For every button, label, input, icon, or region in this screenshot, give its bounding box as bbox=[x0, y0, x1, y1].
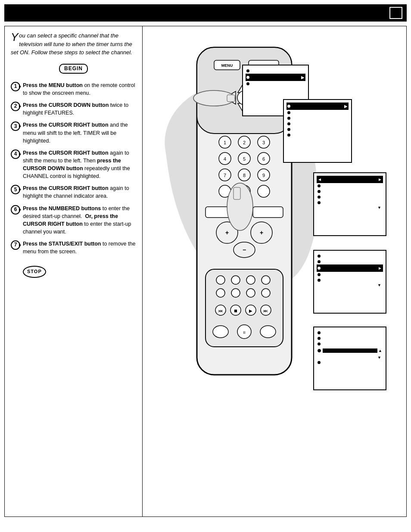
svg-text:7: 7 bbox=[224, 173, 226, 178]
svg-text:9: 9 bbox=[262, 173, 265, 178]
intro-text: Y ou can select a specific channel that … bbox=[11, 31, 136, 57]
svg-point-32 bbox=[258, 185, 270, 197]
svg-point-49 bbox=[262, 289, 270, 297]
step-1-text: Press the MENU button on the remote cont… bbox=[23, 81, 136, 97]
intro-big-letter: Y bbox=[11, 31, 18, 43]
step-5-text: Press the CURSOR RIGHT button again to h… bbox=[23, 184, 136, 200]
svg-text:1: 1 bbox=[224, 140, 226, 145]
svg-text:⏭: ⏭ bbox=[264, 308, 268, 313]
step-7: 7 Press the STATUS/EXIT button to remove… bbox=[11, 240, 136, 278]
svg-text:−: − bbox=[243, 246, 246, 253]
svg-point-58 bbox=[213, 326, 228, 338]
svg-point-48 bbox=[246, 289, 255, 297]
step-2: 2 Press the CURSOR DOWN button twice to … bbox=[11, 101, 136, 117]
step-5: 5 Press the CURSOR RIGHT button again to… bbox=[11, 184, 136, 200]
svg-rect-34 bbox=[253, 207, 283, 218]
step-2-text: Press the CURSOR DOWN button twice to hi… bbox=[23, 101, 136, 117]
menu-screen-3: ◄ ► bbox=[313, 172, 386, 236]
step-4: 4 Press the CURSOR RIGHT button again to… bbox=[11, 149, 136, 180]
step-3-text: Press the CURSOR RIGHT button and the me… bbox=[23, 121, 136, 144]
menu-screen-2: ▶ bbox=[283, 99, 352, 163]
svg-point-61 bbox=[260, 326, 276, 338]
svg-point-42 bbox=[216, 276, 225, 284]
svg-text:▶: ▶ bbox=[249, 308, 252, 313]
stop-badge: STOP bbox=[23, 266, 46, 278]
svg-text:+: + bbox=[260, 229, 263, 236]
main-content: Y ou can select a specific channel that … bbox=[4, 26, 407, 517]
svg-rect-67 bbox=[234, 187, 240, 199]
step-4-text: Press the CURSOR RIGHT button again to s… bbox=[23, 149, 136, 180]
svg-text:2: 2 bbox=[243, 140, 246, 145]
svg-point-44 bbox=[246, 276, 255, 284]
svg-text:5: 5 bbox=[243, 156, 246, 162]
svg-text:3: 3 bbox=[262, 140, 265, 145]
step-6-text: Press the NUMBERED buttons to enter the … bbox=[23, 205, 136, 236]
svg-text:II: II bbox=[243, 330, 245, 335]
step-4-number: 4 bbox=[11, 149, 20, 159]
step-6: 6 Press the NUMBERED buttons to enter th… bbox=[11, 205, 136, 236]
svg-text:+: + bbox=[225, 229, 229, 236]
step-7-number: 7 bbox=[11, 240, 20, 250]
step-3-number: 3 bbox=[11, 121, 20, 131]
step-7-text: Press the STATUS/EXIT button to remove t… bbox=[23, 240, 136, 278]
svg-text:8: 8 bbox=[243, 173, 246, 178]
menu-screen-5: ▲ ▼ bbox=[313, 327, 386, 390]
svg-point-46 bbox=[216, 289, 225, 297]
step-6-number: 6 bbox=[11, 205, 20, 215]
page: Y ou can select a specific channel that … bbox=[0, 0, 411, 532]
svg-point-47 bbox=[231, 289, 240, 297]
svg-text:⏹: ⏹ bbox=[234, 308, 238, 313]
svg-text:⏮: ⏮ bbox=[218, 308, 223, 313]
svg-text:4: 4 bbox=[224, 156, 226, 162]
step-3: 3 Press the CURSOR RIGHT button and the … bbox=[11, 121, 136, 144]
page-number-box bbox=[389, 7, 402, 19]
svg-point-45 bbox=[262, 276, 270, 284]
step-1: 1 Press the MENU button on the remote co… bbox=[11, 81, 136, 97]
step-1-number: 1 bbox=[11, 82, 20, 91]
step-2-number: 2 bbox=[11, 102, 20, 111]
svg-text:MENU: MENU bbox=[221, 63, 233, 68]
begin-badge: BEGIN bbox=[59, 64, 88, 74]
left-panel: Y ou can select a specific channel that … bbox=[5, 26, 143, 516]
svg-rect-63 bbox=[227, 95, 235, 102]
step-5-number: 5 bbox=[11, 185, 20, 194]
svg-point-43 bbox=[231, 276, 240, 284]
svg-text:6: 6 bbox=[262, 156, 265, 162]
menu-screen-4: ► ▼ bbox=[313, 250, 386, 314]
intro-body: ou can select a specific channel that th… bbox=[11, 32, 132, 56]
right-panel: MENU STATUS bbox=[143, 26, 406, 516]
header-bar bbox=[4, 4, 407, 22]
